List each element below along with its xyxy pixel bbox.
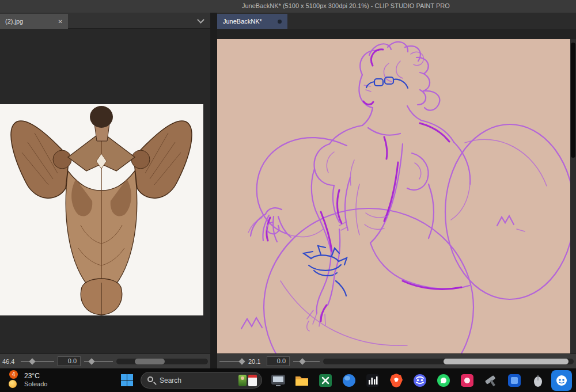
gray-tool-app-icon[interactable] — [479, 368, 502, 392]
start-button[interactable] — [121, 374, 133, 386]
canvas-statusbar: 20.1 0.0 — [217, 353, 576, 368]
chevron-down-icon[interactable] — [197, 16, 204, 24]
canvas-h-scrollbar-thumb[interactable] — [444, 359, 569, 364]
taskbar-apps — [266, 368, 573, 392]
canvas-vscrollbar[interactable] — [570, 39, 576, 353]
reference-tab-label: (2).jpg — [5, 18, 23, 25]
canvas-tab-label: JuneBackNK* — [223, 18, 262, 25]
title-bar: JuneBackNK* (5100 x 5100px 300dpi 20.1%)… — [0, 0, 576, 13]
canvas-zoom-value[interactable]: 20.1 — [248, 358, 263, 365]
panel-divider[interactable] — [210, 13, 217, 368]
anatomy-illustration — [0, 104, 203, 315]
red-app-icon[interactable] — [455, 368, 479, 392]
blue-orb-app-icon[interactable] — [337, 368, 361, 392]
canvas-tabbar: JuneBackNK* — [217, 13, 576, 29]
reference-panel: (2).jpg ✕ — [0, 13, 210, 368]
canvas-tab[interactable]: JuneBackNK* — [217, 14, 287, 29]
canvas-panel: JuneBackNK* — [217, 13, 576, 368]
canvas-zoom-slider[interactable] — [219, 357, 245, 366]
reference-image[interactable] — [0, 104, 203, 315]
active-app-icon[interactable] — [550, 368, 573, 392]
reference-zoom-value[interactable]: 46.4 — [2, 358, 17, 365]
blue-square-app-icon[interactable] — [502, 368, 526, 392]
reference-h-scrollbar[interactable] — [116, 359, 208, 364]
search-promo-thumbnails[interactable] — [238, 375, 257, 386]
weather-condition: Soleado — [24, 380, 47, 387]
brave-browser-icon[interactable] — [384, 368, 408, 392]
discord-icon[interactable] — [408, 368, 431, 392]
reference-tab[interactable]: (2).jpg ✕ — [0, 14, 68, 29]
weather-widget[interactable]: 4 23°C Soleado — [2, 368, 77, 392]
clip-studio-window: JuneBackNK* (5100 x 5100px 300dpi 20.1%)… — [0, 0, 576, 392]
close-icon[interactable]: ✕ — [58, 18, 63, 25]
taskbar: 4 23°C Soleado Search — [0, 368, 576, 392]
file-explorer-icon[interactable] — [290, 368, 313, 392]
whatsapp-icon[interactable] — [431, 368, 455, 392]
reference-h-scrollbar-thumb[interactable] — [135, 359, 165, 364]
weather-temperature: 23°C — [24, 372, 40, 380]
reference-angle-value[interactable]: 0.0 — [58, 356, 81, 366]
monitor-app-icon[interactable] — [266, 368, 290, 392]
reference-statusbar: 46.4 0.0 — [0, 353, 210, 368]
search-promo-icon — [238, 375, 247, 386]
sun-weather-icon — [9, 380, 17, 388]
search-input[interactable]: Search — [141, 372, 262, 389]
canvas-angle-slider[interactable] — [293, 357, 320, 366]
unsaved-dot-icon — [278, 20, 282, 24]
canvas-angle-value[interactable]: 0.0 — [267, 356, 290, 366]
canvas-artwork — [217, 39, 570, 353]
canvas-h-scrollbar[interactable] — [323, 359, 574, 364]
search-placeholder: Search — [160, 376, 181, 385]
search-calendar-icon — [248, 375, 257, 386]
canvas-vscrollbar-thumb[interactable] — [571, 43, 575, 158]
gray-mouse-app-icon[interactable] — [526, 368, 550, 392]
canvas-area[interactable] — [217, 39, 570, 353]
active-app-highlight — [551, 370, 572, 391]
excel-icon[interactable] — [313, 368, 337, 392]
reference-angle-slider[interactable] — [84, 357, 113, 366]
search-icon — [147, 376, 153, 382]
equalizer-app-icon[interactable] — [361, 368, 384, 392]
reference-zoom-slider[interactable] — [21, 357, 54, 366]
notification-badge: 4 — [9, 370, 18, 379]
reference-tabbar: (2).jpg ✕ — [0, 13, 210, 29]
window-title: JuneBackNK* (5100 x 5100px 300dpi 20.1%)… — [242, 2, 450, 9]
